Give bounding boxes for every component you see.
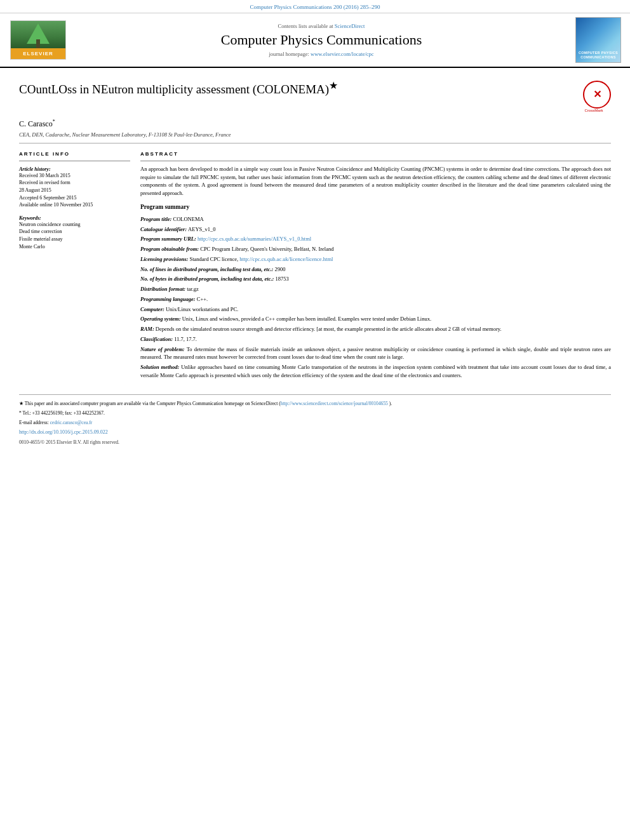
cpc-logo-container: COMPUTER PHYSICSCOMMUNICATIONS (573, 17, 624, 63)
prog-computer-label: Computer: (140, 306, 166, 312)
author-name: C. Carasco* (19, 119, 611, 129)
cpc-logo: COMPUTER PHYSICSCOMMUNICATIONS (575, 17, 621, 63)
prog-obtainable-label: Program obtainable from: (140, 246, 200, 252)
keyword-2: Dead time correction (19, 228, 130, 236)
revised-label: Received in revised form (19, 179, 130, 187)
prog-language: Programming language: C++. (140, 295, 611, 303)
prog-ram-label: RAM: (140, 326, 156, 332)
contents-line: Contents lists available at ScienceDirec… (83, 23, 560, 29)
crossmark-wrapper: CrossMark (577, 79, 611, 114)
journal-center: Contents lists available at ScienceDirec… (70, 20, 573, 60)
right-column: Abstract An approach has been developed … (140, 151, 611, 382)
program-summary-title: Program summary (140, 204, 611, 210)
prog-language-value: C++. (197, 296, 208, 302)
sciencedirect-link[interactable]: ScienceDirect (335, 23, 365, 29)
left-column: Article Info Article history: Received 3… (19, 151, 130, 382)
article-title-section: COuntLOss in NEutron multiplicity assess… (19, 74, 611, 143)
keyword-1: Neutron coincidence counting (19, 221, 130, 229)
prog-os: Operating system: Unix, Linux and window… (140, 315, 611, 323)
journal-title: Computer Physics Communications (83, 32, 560, 48)
keywords-section: Keywords: Neutron coincidence counting D… (19, 214, 130, 250)
keyword-3: Fissile material assay (19, 236, 130, 243)
prog-computer: Computer: Unix/Linux workstations and PC… (140, 305, 611, 314)
prog-solution-value: Unlike approaches based on time consumin… (140, 364, 611, 378)
prog-os-label: Operating system: (140, 316, 182, 322)
prog-title-value: COLONEMA (173, 216, 203, 222)
prog-lines: No. of lines in distributed program, inc… (140, 265, 611, 274)
info-divider (19, 161, 130, 161)
prog-bytes-value: 18753 (276, 276, 289, 282)
prog-os-value: Unix, Linux and windows, provided a C++ … (182, 316, 431, 322)
received-date: Received 30 March 2015 (19, 172, 130, 180)
email-link[interactable]: cedric.carasco@cea.fr (50, 420, 92, 425)
tel-footnote: * Tel.: +33 442256190; fax: +33 44225236… (19, 410, 611, 417)
contents-label: Contents lists available at (278, 23, 333, 29)
doi-link[interactable]: http://dx.doi.org/10.1016/j.cpc.2015.09.… (19, 429, 611, 436)
email-footnote: E-mail address: cedric.carasco@cea.fr (19, 419, 611, 426)
prog-title-label: Program title: (140, 216, 173, 222)
program-summary-section: Program summary Program title: COLONEMA … (140, 204, 611, 380)
prog-format: Distribution format: tar.gz (140, 285, 611, 293)
star-note-text: This paper and its associated computer p… (25, 401, 392, 406)
prog-nature-value: To determine the mass of fissile materia… (140, 346, 611, 361)
keyword-4: Monte Carlo (19, 243, 130, 251)
prog-licensing-prefix: Standard CPC licence, (189, 256, 239, 262)
homepage-label: journal homepage: (269, 51, 309, 57)
star-symbol: ★ (19, 401, 23, 406)
prog-lines-value: 2900 (275, 266, 286, 272)
prog-nature: Nature of problem: To determine the mass… (140, 345, 611, 362)
keywords-label: Keywords: (19, 215, 41, 221)
prog-language-label: Programming language: (140, 296, 197, 302)
title-text: COuntLOss in NEutron multiplicity assess… (19, 79, 570, 98)
journal-homepage: journal homepage: www.elsevier.com/locat… (83, 51, 560, 57)
revised-date: 28 August 2015 (19, 187, 130, 194)
prog-obtainable-value: CPC Program Library, Queen's University,… (200, 246, 333, 252)
author-sup: * (53, 119, 55, 124)
prog-url-link[interactable]: http://cpc.cs.qub.ac.uk/summaries/AEYS_v… (198, 236, 311, 242)
homepage-url[interactable]: www.elsevier.com/locate/cpc (311, 51, 374, 57)
article-divider (19, 143, 611, 143)
prog-solution: Solution method: Unlike approaches based… (140, 363, 611, 380)
prog-url: Program summary URL: http://cpc.cs.qub.a… (140, 235, 611, 243)
abstract-section: Abstract An approach has been developed … (140, 151, 611, 197)
prog-ram-value: Depends on the simulated neutron source … (156, 326, 502, 332)
title-main: COuntLOss in NEutron multiplicity assess… (19, 83, 329, 96)
article-content: COuntLOss in NEutron multiplicity assess… (0, 68, 630, 459)
crossmark-icon[interactable] (583, 81, 611, 109)
elsevier-wordmark: ELSEVIER (11, 48, 65, 59)
abstract-divider (140, 161, 611, 161)
prog-format-label: Distribution format: (140, 286, 187, 292)
history-label: Article history: (19, 166, 51, 172)
affiliation: CEA, DEN, Cadarache, Nuclear Measurement… (19, 131, 611, 138)
article-info-label: Article Info (19, 151, 130, 157)
prog-classification-label: Classification: (140, 336, 174, 342)
prog-licensing-link[interactable]: http://cpc.cs.qub.ac.uk/licence/licence.… (239, 256, 333, 262)
prog-solution-label: Solution method: (140, 364, 181, 370)
prog-bytes: No. of bytes in distributed program, inc… (140, 275, 611, 283)
citation-text: Computer Physics Communications 200 (201… (250, 4, 380, 10)
accepted-date: Accepted 6 September 2015 (19, 194, 130, 202)
journal-header: ELSEVIER Contents lists available at Sci… (0, 13, 630, 68)
prog-catalogue: Catalogue identifier: AEYS_v1_0 (140, 225, 611, 234)
prog-obtainable: Program obtainable from: CPC Program Lib… (140, 245, 611, 253)
article-title: COuntLOss in NEutron multiplicity assess… (19, 79, 611, 114)
prog-lines-label: No. of lines in distributed program, inc… (140, 266, 275, 272)
cpc-logo-text: COMPUTER PHYSICSCOMMUNICATIONS (579, 51, 618, 60)
prog-computer-value: Unix/Linux workstations and PC. (166, 306, 238, 312)
journal-citation-bar: Computer Physics Communications 200 (201… (0, 0, 630, 13)
email-label: E-mail address: (19, 420, 49, 425)
prog-nature-label: Nature of problem: (140, 346, 187, 352)
prog-classification-value: 11.7, 17.7. (174, 336, 197, 342)
elsevier-logo: ELSEVIER (6, 20, 70, 60)
elsevier-text: ELSEVIER (23, 51, 53, 57)
prog-bytes-label: No. of bytes in distributed program, inc… (140, 276, 276, 282)
prog-ram: RAM: Depends on the simulated neutron so… (140, 325, 611, 333)
two-col-layout: Article Info Article history: Received 3… (19, 151, 611, 382)
prog-licensing-label: Licensing provisions: (140, 256, 189, 262)
abstract-text: An approach has been developed to model … (140, 165, 611, 197)
sciencedirect-url-link[interactable]: http://www.sciencedirect.com/science/jou… (281, 401, 388, 406)
prog-licensing: Licensing provisions: Standard CPC licen… (140, 255, 611, 263)
elsevier-logo-image: ELSEVIER (10, 20, 66, 60)
available-date: Available online 10 November 2015 (19, 201, 130, 209)
prog-catalogue-value: AEYS_v1_0 (188, 226, 215, 232)
